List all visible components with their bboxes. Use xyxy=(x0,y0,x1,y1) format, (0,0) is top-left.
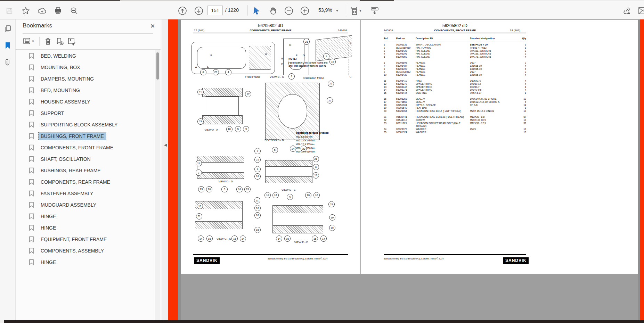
bookmark-item[interactable]: EQUIPMENT, FRONT FRAME xyxy=(16,233,155,245)
callout-balloon: 3 xyxy=(287,194,293,200)
table-cell: 06751001 xyxy=(396,104,416,107)
attachments-button[interactable] xyxy=(3,58,12,66)
bookmark-item-label: MOUNTING, BOX xyxy=(39,64,82,71)
callout-balloon: 6 xyxy=(200,69,206,75)
email-button[interactable] xyxy=(637,6,644,16)
bookmark-item[interactable]: COMPONENTS, ASSEMBLY xyxy=(16,245,155,256)
bookmark-item[interactable]: BED, WELDING xyxy=(16,50,155,61)
callout-balloon: 7 xyxy=(254,148,261,154)
bookmark-item[interactable]: MUDGUARD ASSEMBLY xyxy=(16,199,155,210)
table-group-gap xyxy=(384,113,526,116)
bookmark-item[interactable]: HINGE xyxy=(16,210,155,222)
bookmark-item[interactable]: SUPPORT xyxy=(16,107,155,119)
bookmark-ribbon-icon xyxy=(29,133,34,139)
bookmark-ribbon-icon xyxy=(29,225,34,231)
table-cell: 02801640 xyxy=(396,107,416,110)
save-icon xyxy=(6,7,13,15)
table-cell: 12 xyxy=(509,98,526,101)
share-link-button[interactable] xyxy=(621,6,632,16)
callout-balloon: 19 xyxy=(329,59,336,65)
table-cell: D137 xyxy=(470,71,509,74)
table-cell: 10 xyxy=(509,131,526,134)
find-button[interactable] xyxy=(69,6,79,16)
previous-page-button[interactable] xyxy=(177,6,188,16)
diagram-label: C xyxy=(350,41,352,44)
callout-balloon: 11 xyxy=(197,89,204,95)
table-cell: 101/80-12 xyxy=(470,83,509,86)
next-page-button[interactable] xyxy=(194,6,204,16)
diagram-label: VIEW F - F xyxy=(294,240,308,243)
bookmarks-panel: Bookmarks ✕ ▼ xyxy=(16,19,161,320)
page-thumbnails-button[interactable] xyxy=(3,25,12,33)
panel-divider xyxy=(23,33,153,34)
table-cell: 56206135 xyxy=(396,43,416,47)
panel-scrollbar-thumb[interactable] xyxy=(156,52,159,80)
bookmark-item[interactable]: HINGE xyxy=(16,256,155,268)
add-bookmark-button[interactable] xyxy=(55,36,65,47)
callout-balloon: 10 xyxy=(197,203,203,209)
zoom-out-button[interactable] xyxy=(284,6,294,16)
bookmark-item[interactable]: FASTENER ASSEMBLY xyxy=(16,188,155,199)
section-bb-bore xyxy=(278,94,307,129)
bookmark-item[interactable]: BED, MOUNTING xyxy=(16,84,155,96)
bookmark-item-label: BED, WELDING xyxy=(39,52,78,60)
print-button[interactable] xyxy=(53,6,63,16)
save-button[interactable] xyxy=(4,6,15,16)
table-cell: SPACER RING xyxy=(416,83,470,86)
hide-toolbar-icon xyxy=(370,6,379,15)
zoom-in-button[interactable] xyxy=(300,6,310,16)
bookmark-ribbon-icon xyxy=(29,64,34,71)
favorite-star-button[interactable] xyxy=(21,6,31,16)
table-cell: 7 xyxy=(384,65,396,68)
bookmark-item[interactable]: COMPONENTS, FRONT FRAME xyxy=(16,142,155,153)
table-cell: 4 xyxy=(509,80,526,83)
table-row: 1656206263SEAL, V100X140-27, 80 SHORE12 xyxy=(384,98,526,101)
callout-balloon: 12 xyxy=(313,192,320,198)
delete-bookmark-button[interactable] xyxy=(43,36,53,47)
fit-options-dropdown[interactable]: ▼ xyxy=(358,6,363,16)
bookmark-item[interactable]: SUPPORTING BLOCK ASSEMBLY xyxy=(16,119,155,130)
bookmark-item[interactable]: DAMPERS, MOUNTING xyxy=(16,73,155,84)
bookmark-item[interactable]: BUSHINGS, REAR FRAME xyxy=(16,165,155,176)
upload-cloud-button[interactable] xyxy=(37,6,47,16)
table-row: 1806751001NIPPLE, GREASECR 1/814 xyxy=(384,104,526,107)
bottom-timeline-bar[interactable] xyxy=(4,320,644,323)
table-row: 2206544312SCREWM20X100 10.910 xyxy=(384,119,526,122)
page-number-input[interactable] xyxy=(207,6,223,15)
callout-balloon: 16 xyxy=(305,192,311,198)
bookmark-item-label: SUPPORT xyxy=(39,109,66,117)
callout-balloon: 15 xyxy=(254,227,261,233)
bookmark-item[interactable]: COMPONENTS, REAR FRAME xyxy=(16,176,155,188)
hand-tool-button[interactable] xyxy=(268,6,278,16)
bookmark-item[interactable]: HINGE xyxy=(16,222,155,233)
bookmark-item[interactable]: SHAFT, OSCILLATION xyxy=(16,153,155,165)
reading-mode-button[interactable] xyxy=(369,6,380,16)
select-tool-button[interactable] xyxy=(251,6,262,16)
bookmark-item[interactable]: HOUSING ASSEMBLY xyxy=(16,96,155,107)
bookmark-item[interactable]: MOUNTING, BOX xyxy=(16,61,155,73)
collapse-panel-button[interactable]: ◀ xyxy=(163,142,168,148)
table-cell: 79/57,5-87 xyxy=(470,92,509,95)
bookmark-item-label: BUSHINGS, FRONT FRAME xyxy=(39,132,106,140)
zoom-level-dropdown[interactable]: ▼ xyxy=(334,6,340,16)
document-number: 56205802 dD xyxy=(181,23,360,28)
bookmark-item-label: MUDGUARD ASSEMBLY xyxy=(39,201,98,209)
callout-balloon: 25 xyxy=(328,81,334,87)
view-aa-body xyxy=(206,96,239,116)
torque-line: M12 12.9 140 Nm xyxy=(296,139,350,143)
table-cell: TH551 / TH663 xyxy=(470,47,509,50)
table-cell: 56206390 xyxy=(396,68,416,71)
bookmarks-panel-button[interactable] xyxy=(3,41,12,50)
table-cell: 10 xyxy=(384,74,396,77)
page-title: COMPONENTS, FRONT FRAME xyxy=(181,29,360,32)
close-panel-button[interactable]: ✕ xyxy=(149,22,156,30)
callout-balloon: 16 xyxy=(206,235,213,242)
page-title: COMPONENTS, FRONT FRAME xyxy=(384,29,526,32)
bookmark-item-label: EQUIPMENT, FRONT FRAME xyxy=(39,235,109,243)
bookmark-item-label: BED, MOUNTING xyxy=(39,86,82,94)
bookmark-item[interactable]: BUSHINGS, FRONT FRAME xyxy=(16,130,155,142)
bookmark-options-button[interactable]: ▼ xyxy=(21,36,36,47)
table-row: 356206423PIN, CLEVIS70X188, 20MNCR52 xyxy=(384,50,526,53)
bookmark-goto-button[interactable] xyxy=(66,36,77,47)
bookmark-item-label: DAMPERS, MOUNTING xyxy=(39,75,96,83)
